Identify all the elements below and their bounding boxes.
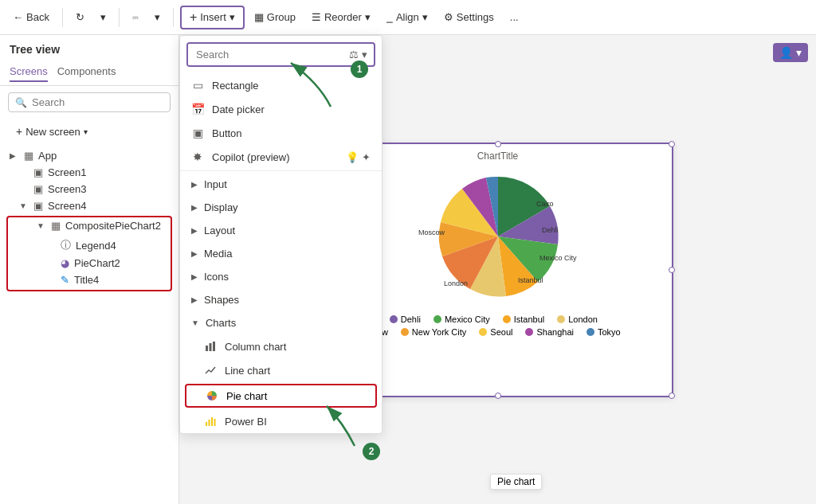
tree-item-screen4[interactable]: ▼ ▣ Screen4	[0, 197, 178, 214]
dropdown-category-media[interactable]: ▶ Media	[180, 242, 382, 265]
button-icon: ▣	[191, 127, 204, 139]
svg-rect-1	[210, 343, 212, 351]
copy-dropdown-button[interactable]: ▾	[148, 8, 167, 26]
dropdown-category-shapes[interactable]: ▶ Shapes	[180, 288, 382, 311]
align-button[interactable]: ⎯ Align ▾	[380, 8, 434, 26]
dropdown-item-datepicker[interactable]: 📅 Date picker	[180, 97, 382, 121]
copy-button[interactable]: ⎓	[126, 8, 145, 26]
resize-handle-br[interactable]	[669, 393, 675, 399]
chevron-down-icon4: ▾	[365, 11, 371, 23]
insert-button[interactable]: + Insert ▾	[180, 6, 245, 29]
legend-label-mexicocity: Mexico City	[445, 315, 490, 324]
tree-item-composite[interactable]: ▼ ▦ CompositePieChart2	[8, 217, 171, 234]
chevron-down-icon6: ▾	[84, 127, 88, 136]
legend-label-tokyo: Tokyo	[598, 327, 621, 337]
dropdown-item-columnchart[interactable]: Column chart	[180, 334, 382, 358]
chevron-down-icon2: ▾	[155, 11, 160, 23]
powerbi-icon	[204, 415, 217, 428]
dropdown-item-button[interactable]: ▣ Button	[180, 121, 382, 145]
dropdown-category-layout-label: Layout	[204, 225, 235, 236]
dropdown-category-icons[interactable]: ▶ Icons	[180, 265, 382, 288]
more-button[interactable]: ...	[504, 8, 525, 26]
tree-item-label-composite: CompositePieChart2	[65, 220, 161, 232]
legend-label-istanbul: Istanbul	[514, 315, 545, 324]
dropdown-category-input-label: Input	[204, 178, 227, 190]
legend-item-mexicocity: Mexico City	[434, 315, 490, 324]
back-button[interactable]: ← Back	[6, 8, 56, 26]
tab-screens[interactable]: Screens	[10, 62, 48, 82]
new-screen-button[interactable]: + New screen ▾	[8, 122, 171, 141]
align-label: Align	[396, 11, 419, 23]
plus-icon2: +	[16, 125, 22, 138]
tree-item-label-title4: Title4	[74, 274, 99, 286]
copilot-icon: ✸	[191, 150, 204, 163]
linechart-icon	[204, 364, 217, 377]
filter-icon[interactable]: ⚖	[349, 49, 359, 61]
dropdown-item-datepicker-label: Date picker	[212, 104, 265, 115]
toolbar: ← Back ↻ ▾ ⎓ ▾ + Insert ▾ ▦ Group ☰ Reor…	[0, 0, 816, 35]
new-screen-label: New screen	[26, 126, 80, 138]
insert-label: Insert	[200, 11, 226, 23]
tree-view-header: Tree view	[0, 35, 178, 59]
tree-item-label-app: App	[38, 150, 57, 162]
chevron-down-icon-canvas: ▾	[796, 46, 802, 59]
legend-item-london: London	[557, 315, 598, 324]
legend-item-newyork: New York City	[401, 327, 466, 337]
screen-icon1: ▣	[33, 166, 43, 178]
dropdown-category-charts-label: Charts	[206, 317, 236, 329]
undo-icon: ↻	[76, 11, 84, 23]
sidebar-search-box[interactable]: 🔍	[8, 92, 171, 112]
legend-item-shanghai: Shanghai	[525, 327, 574, 337]
label-cairo: Cairo	[536, 200, 554, 208]
pie-icon: ◕	[61, 257, 69, 269]
dropdown-category-display[interactable]: ▶ Display	[180, 196, 382, 219]
badge-2: 2	[363, 443, 380, 460]
dropdown-category-charts[interactable]: ▼ Charts	[180, 311, 382, 334]
expand-icon-screen4: ▼	[19, 201, 29, 210]
resize-handle-mr[interactable]	[669, 267, 675, 273]
dropdown-item-powerbi[interactable]: Power BI	[180, 409, 382, 433]
tree-item-legend4[interactable]: ▶ ⓘ Legend4	[8, 236, 171, 255]
sidebar-search-input[interactable]	[32, 96, 163, 108]
legend-dot-london	[557, 315, 565, 323]
pie-chart-tooltip: Pie chart	[490, 474, 542, 490]
legend-dot-shanghai	[525, 328, 533, 336]
reorder-button[interactable]: ☰ Reorder ▾	[305, 8, 377, 26]
dropdown-category-icons-label: Icons	[204, 271, 229, 283]
app-icon: ▦	[24, 150, 33, 162]
dropdown-category-media-label: Media	[204, 248, 232, 260]
tree-item-piechart2[interactable]: ▶ ◕ PieChart2	[8, 255, 171, 272]
undo-dropdown-button[interactable]: ▾	[94, 8, 112, 26]
legend-dot-tokyo	[586, 328, 594, 336]
reorder-label: Reorder	[324, 11, 362, 23]
dropdown-item-rectangle[interactable]: ▭ Rectangle	[180, 73, 382, 97]
group-button[interactable]: ▦ Group	[248, 8, 302, 26]
legend-dot-seoul	[479, 328, 487, 336]
tab-components[interactable]: Components	[57, 62, 116, 82]
legend-icon: ⓘ	[61, 238, 71, 252]
dropdown-search-box[interactable]: ⚖ ▾	[186, 42, 375, 67]
settings-button[interactable]: ⚙ Settings	[437, 8, 500, 26]
dropdown-item-copilot[interactable]: ✸ Copilot (preview) 💡 ✦	[180, 145, 382, 169]
tree-item-app[interactable]: ▶ ▦ App	[0, 147, 178, 164]
back-label: Back	[26, 11, 49, 23]
resize-handle-tr[interactable]	[669, 141, 675, 147]
label-london: London	[444, 279, 468, 287]
chevron-down-icon-filter[interactable]: ▾	[362, 49, 367, 61]
settings-label: Settings	[457, 11, 494, 23]
resize-handle-bm[interactable]	[495, 393, 501, 399]
chevron-down-icon5: ▾	[422, 11, 428, 23]
tree-item-screen3[interactable]: ▶ ▣ Screen3	[0, 181, 178, 197]
canvas-toolbar-right[interactable]: 👤 ▾	[773, 43, 808, 62]
dropdown-item-piechart[interactable]: Pie chart	[185, 384, 377, 408]
dropdown-search-input[interactable]	[188, 44, 343, 65]
resize-handle-tm[interactable]	[495, 141, 501, 147]
label-mexicocity: Mexico City	[539, 254, 577, 262]
legend-dot-delhi	[390, 315, 398, 323]
tree-item-screen1[interactable]: ▶ ▣ Screen1	[0, 164, 178, 181]
dropdown-category-input[interactable]: ▶ Input	[180, 173, 382, 196]
dropdown-item-linechart[interactable]: Line chart	[180, 358, 382, 382]
undo-button[interactable]: ↻	[69, 8, 91, 26]
tree-item-title4[interactable]: ▶ ✎ Title4	[8, 272, 171, 288]
dropdown-category-layout[interactable]: ▶ Layout	[180, 219, 382, 242]
